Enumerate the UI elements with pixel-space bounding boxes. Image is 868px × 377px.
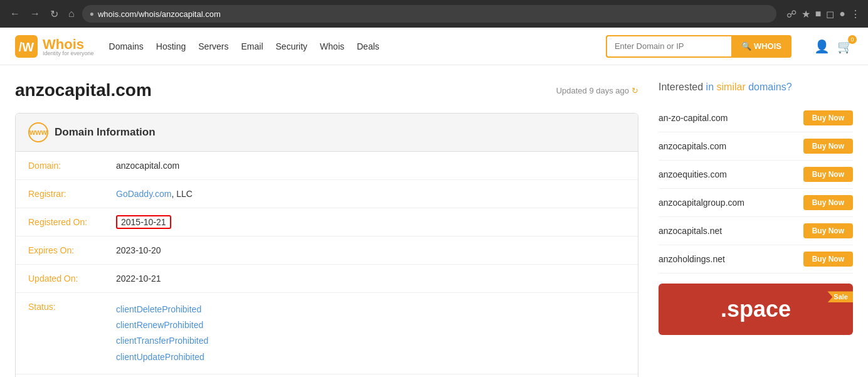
suggestion-1: an-zo-capital.com Buy Now (659, 104, 853, 132)
info-row-nameservers: Name Servers: alan.ns.cloudflare.com pat… (16, 374, 638, 377)
suggestion-2: anzocapitals.com Buy Now (659, 132, 853, 161)
updated-text: Updated 9 days ago ↻ (556, 86, 638, 95)
buy-now-2[interactable]: Buy Now (803, 139, 853, 154)
domain-title-row: anzocapital.com Updated 9 days ago ↻ (15, 80, 638, 100)
nav-email[interactable]: Email (241, 39, 263, 54)
nav-deals[interactable]: Deals (357, 39, 379, 54)
buy-now-3[interactable]: Buy Now (803, 167, 853, 182)
status-value: clientDeleteProhibited clientRenewProhib… (116, 302, 208, 365)
suggestion-5: anzocapitals.net Buy Now (659, 217, 853, 245)
reload-button[interactable]: ↻ (48, 6, 61, 23)
interested-text: Interested (659, 82, 706, 92)
lock-icon: ● (90, 9, 94, 18)
refresh-icon[interactable]: ↻ (632, 86, 638, 95)
profile-icon[interactable]: ● (839, 8, 845, 20)
domain-title: anzocapital.com (15, 80, 152, 100)
status-link-2[interactable]: clientRenewProhibited (116, 317, 208, 333)
www-icon: www (28, 122, 48, 142)
logo-area[interactable]: /W Whois Identity for everyone (15, 35, 94, 58)
similar-domains-title: Interested in similar domains? (659, 80, 853, 94)
nav-whois[interactable]: Whois (320, 39, 344, 54)
expires-label: Expires On: (28, 245, 103, 255)
suggestion-2-name: anzocapitals.com (659, 141, 726, 151)
logo-tagline: Identity for everyone (43, 50, 94, 56)
info-row-updated: Updated On: 2022-10-21 (16, 265, 638, 293)
info-row-registered: Registered On: 2015-10-21 (16, 208, 638, 236)
registrar-label: Registrar: (28, 189, 103, 199)
domain-value: anzocapital.com (116, 161, 179, 171)
sidebar-section: Interested in similar domains? an-zo-cap… (659, 80, 853, 377)
suggestion-4-name: anzocapitalgroup.com (659, 198, 744, 208)
sale-banner[interactable]: Sale .space (659, 284, 853, 335)
domain-label: Domain: (28, 161, 103, 171)
suggestion-3: anzoequities.com Buy Now (659, 161, 853, 189)
site-header: /W Whois Identity for everyone Domains H… (0, 28, 868, 65)
domain-info-card: www Domain Information Domain: anzocapit… (15, 113, 638, 377)
url-text: whois.com/whois/anzocapital.com (98, 9, 221, 19)
suggestion-4: anzocapitalgroup.com Buy Now (659, 189, 853, 217)
status-link-4[interactable]: clientUpdateProhibited (116, 349, 208, 365)
suggestion-6: anzoholdings.net Buy Now (659, 245, 853, 273)
info-row-expires: Expires On: 2023-10-20 (16, 236, 638, 265)
expires-value: 2023-10-20 (116, 245, 161, 255)
sale-badge: Sale (827, 291, 853, 302)
browser-actions: ☍ ★ ■ ◻ ● ⋮ (786, 8, 860, 20)
nav-servers[interactable]: Servers (198, 39, 228, 54)
registrar-rest: , LLC (171, 189, 192, 199)
browser-chrome: ← → ↻ ⌂ ● whois.com/whois/anzocapital.co… (0, 0, 868, 28)
extension-icon[interactable]: ■ (815, 8, 822, 20)
star-icon[interactable]: ★ (802, 8, 810, 20)
registered-highlight: 2015-10-21 (116, 215, 171, 229)
suggestion-3-name: anzoequities.com (659, 169, 727, 179)
buy-now-5[interactable]: Buy Now (803, 223, 853, 238)
nav-domains[interactable]: Domains (109, 39, 144, 54)
back-button[interactable]: ← (8, 6, 23, 22)
cart-badge: 0 (848, 35, 857, 44)
home-button[interactable]: ⌂ (66, 6, 77, 22)
nav-hosting[interactable]: Hosting (156, 39, 186, 54)
search-icon: 🔍 (741, 41, 751, 51)
card-header: www Domain Information (16, 114, 638, 152)
search-area: 🔍 WHOIS (606, 35, 791, 58)
info-row-registrar: Registrar: GoDaddy.com, LLC (16, 180, 638, 208)
card-header-title: Domain Information (55, 126, 156, 139)
user-icon[interactable]: 👤 (814, 39, 830, 54)
header-icons: 👤 🛒 0 (814, 39, 853, 54)
registered-label: Registered On: (28, 217, 103, 227)
buy-now-6[interactable]: Buy Now (803, 252, 853, 267)
registrar-value: GoDaddy.com, LLC (116, 189, 193, 199)
search-input[interactable] (606, 35, 731, 58)
cart-icon[interactable]: 🛒 0 (837, 39, 853, 54)
buy-now-1[interactable]: Buy Now (803, 110, 853, 125)
split-icon[interactable]: ◻ (826, 8, 834, 20)
whois-logo-icon: /W (15, 35, 38, 58)
forward-button[interactable]: → (28, 6, 43, 22)
status-label: Status: (28, 302, 103, 312)
suggestion-5-name: anzocapitals.net (659, 226, 722, 236)
domains-text: domains? (748, 82, 791, 92)
suggestion-1-name: an-zo-capital.com (659, 113, 728, 123)
menu-icon[interactable]: ⋮ (850, 8, 860, 20)
similar-text: similar (717, 82, 749, 92)
updated-on-label: Updated On: (28, 273, 103, 284)
nav-security[interactable]: Security (276, 39, 308, 54)
status-link-1[interactable]: clientDeleteProhibited (116, 302, 208, 317)
status-link-3[interactable]: clientTransferProhibited (116, 333, 208, 349)
search-btn-label: WHOIS (754, 41, 781, 51)
updated-on-value: 2022-10-21 (116, 273, 161, 284)
sale-tld: .space (721, 296, 791, 322)
buy-now-4[interactable]: Buy Now (803, 195, 853, 210)
page-content: anzocapital.com Updated 9 days ago ↻ www… (0, 65, 868, 377)
registrar-link[interactable]: GoDaddy.com (116, 189, 171, 199)
updated-label: Updated 9 days ago (556, 86, 629, 95)
main-section: anzocapital.com Updated 9 days ago ↻ www… (15, 80, 638, 377)
in-text: in (706, 82, 717, 92)
main-nav: Domains Hosting Servers Email Security W… (109, 39, 591, 54)
svg-text:/W: /W (19, 40, 34, 54)
info-row-domain: Domain: anzocapital.com (16, 152, 638, 180)
registered-value: 2015-10-21 (116, 217, 171, 227)
address-bar[interactable]: ● whois.com/whois/anzocapital.com (82, 5, 776, 23)
suggestion-6-name: anzoholdings.net (659, 254, 725, 264)
search-button[interactable]: 🔍 WHOIS (731, 35, 791, 58)
translate-icon[interactable]: ☍ (786, 8, 797, 20)
